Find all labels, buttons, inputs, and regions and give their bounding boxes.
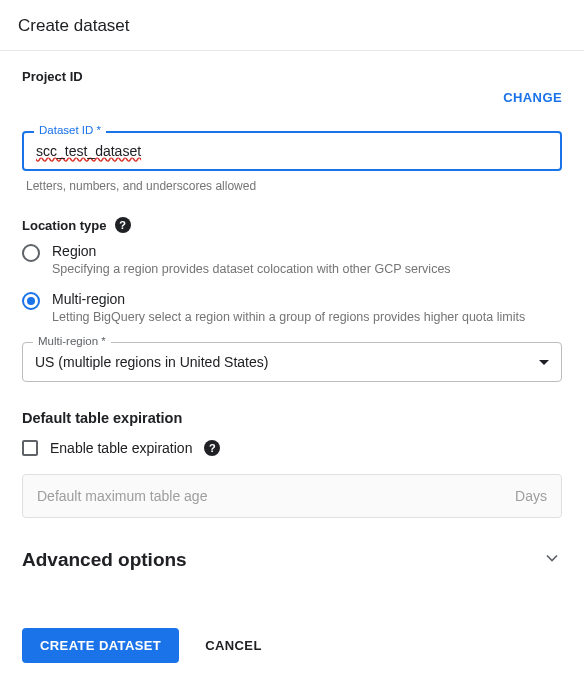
project-id-label: Project ID [22, 69, 562, 84]
max-table-age-placeholder: Default maximum table age [37, 488, 207, 504]
dataset-id-helper: Letters, numbers, and underscores allowe… [26, 179, 558, 193]
multi-region-select-label: Multi-region * [33, 335, 111, 347]
dataset-id-field[interactable]: Dataset ID * scc_test_dataset [22, 131, 562, 171]
dialog-title: Create dataset [0, 0, 584, 51]
radio-icon-unchecked [22, 244, 40, 262]
max-table-age-unit: Days [515, 488, 547, 504]
radio-region-title: Region [52, 243, 562, 259]
dataset-id-input[interactable]: scc_test_dataset [24, 133, 560, 169]
max-table-age-input: Default maximum table age Days [22, 474, 562, 518]
multi-region-select-value: US (multiple regions in United States) [35, 354, 268, 370]
enable-expiration-checkbox[interactable] [22, 440, 38, 456]
radio-multi-region[interactable]: Multi-region Letting BigQuery select a r… [22, 291, 562, 327]
radio-multiregion-desc: Letting BigQuery select a region within … [52, 309, 562, 327]
change-project-button[interactable]: CHANGE [503, 90, 562, 105]
radio-icon-checked [22, 292, 40, 310]
create-dataset-button[interactable]: CREATE DATASET [22, 628, 179, 663]
radio-region[interactable]: Region Specifying a region provides data… [22, 243, 562, 279]
advanced-options-title: Advanced options [22, 549, 187, 571]
dataset-id-floating-label: Dataset ID * [34, 124, 106, 136]
cancel-button[interactable]: CANCEL [205, 638, 262, 653]
chevron-down-icon [542, 548, 562, 572]
radio-region-desc: Specifying a region provides dataset col… [52, 261, 562, 279]
advanced-options-toggle[interactable]: Advanced options [22, 548, 562, 572]
caret-down-icon [539, 360, 549, 365]
default-expiration-label: Default table expiration [22, 410, 562, 426]
dialog-content: Project ID CHANGE Dataset ID * scc_test_… [0, 51, 584, 687]
help-icon[interactable]: ? [204, 440, 220, 456]
location-type-label: Location type [22, 218, 107, 233]
radio-multiregion-title: Multi-region [52, 291, 562, 307]
multi-region-select[interactable]: Multi-region * US (multiple regions in U… [22, 342, 562, 382]
enable-expiration-label: Enable table expiration [50, 440, 192, 456]
help-icon[interactable]: ? [115, 217, 131, 233]
